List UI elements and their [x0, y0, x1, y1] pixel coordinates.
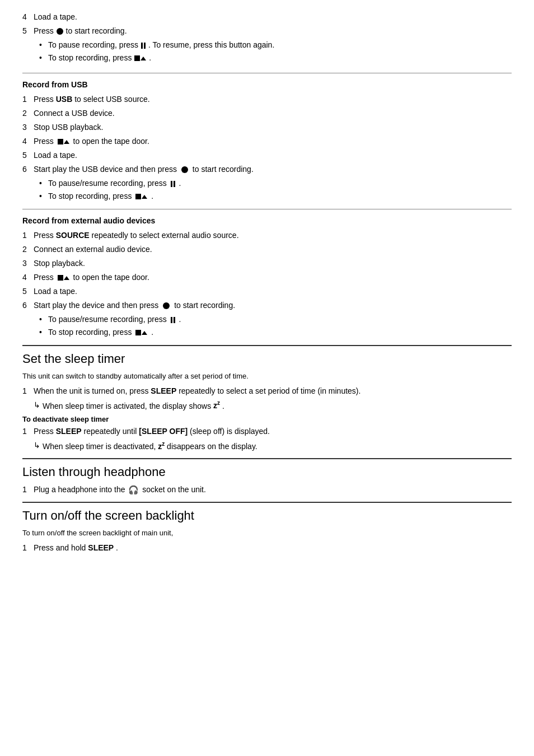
record-usb-section: Record from USB 1 Press USB to select US… [22, 73, 512, 202]
sleep-note-2: ↳ When sleep timer is deactivated, zz di… [34, 440, 512, 452]
headphone-title: Listen through headphone [22, 465, 512, 479]
backlight-description: To turn on/off the screen backlight of m… [22, 528, 512, 539]
deactivate-title: To deactivate sleep timer [22, 415, 512, 423]
ext-item-4: 4 Press to open the tape door. [22, 272, 512, 283]
ext-item-5: 5 Load a tape. [22, 286, 512, 297]
record-usb-title: Record from USB [22, 80, 512, 89]
intro-section: 4 Load a tape. 5 Press to start recordin… [22, 11, 512, 64]
ext-bullets: • To pause/resume recording, press . • T… [39, 314, 512, 338]
stop-eject-icon-5 [135, 330, 147, 335]
backlight-item-1: 1 Press and hold SLEEP . [22, 542, 512, 554]
headphone-item-1: 1 Plug a headphone into the 🎧 socket on … [22, 484, 512, 497]
backlight-section: Turn on/off the screen backlight To turn… [22, 502, 512, 554]
record-icon-3 [163, 302, 170, 309]
record-icon-2 [181, 166, 188, 173]
usb-item-3: 3 Stop USB playback. [22, 122, 512, 133]
usb-bullet-2: • To stop recording, press . [39, 190, 512, 202]
sleep-timer-title: Set the sleep timer [22, 352, 512, 366]
sleep-timer-section: Set the sleep timer This unit can switch… [22, 345, 512, 452]
headphone-section: Listen through headphone 1 Plug a headph… [22, 458, 512, 497]
intro-item-4: 4 Load a tape. [22, 11, 512, 23]
stop-eject-icon-3 [135, 194, 147, 199]
usb-item-1: 1 Press USB to select USB source. [22, 94, 512, 105]
record-icon [57, 28, 63, 35]
stop-eject-icon-2 [58, 139, 69, 144]
sleep-note-1: ↳ When sleep timer is activated, the dis… [34, 399, 512, 412]
ext-item-2: 2 Connect an external audio device. [22, 244, 512, 255]
usb-item-2: 2 Connect a USB device. [22, 108, 512, 119]
ext-item-6: 6 Start play the device and then press t… [22, 300, 512, 311]
ext-bullet-1: • To pause/resume recording, press . [39, 314, 512, 325]
usb-item-6: 6 Start play the USB device and then pre… [22, 164, 512, 175]
ext-item-3: 3 Stop playback. [22, 258, 512, 269]
intro-item-5: 5 Press to start recording. [22, 25, 512, 37]
usb-item-5: 5 Load a tape. [22, 150, 512, 161]
usb-item-4: 4 Press to open the tape door. [22, 136, 512, 147]
pause-icon-3 [171, 317, 175, 323]
backlight-title: Turn on/off the screen backlight [22, 508, 512, 523]
pause-icon-2 [171, 181, 175, 187]
usb-bullet-1: • To pause/resume recording, press . [39, 178, 512, 189]
pause-icon [141, 43, 146, 49]
record-external-title: Record from external audio devices [22, 216, 512, 225]
headphone-icon: 🎧 [128, 484, 139, 497]
ext-item-1: 1 Press SOURCE repeatedly to select exte… [22, 230, 512, 241]
stop-eject-icon-4 [58, 275, 69, 281]
intro-bullet-2: • To stop recording, press . [39, 52, 512, 64]
ext-bullet-2: • To stop recording, press . [39, 326, 512, 338]
sleep-item-1: 1 When the unit is turned on, press SLEE… [22, 385, 512, 397]
intro-bullet-1: • To pause recording, press . To resume,… [39, 39, 512, 51]
sleep-timer-description: This unit can switch to standby automati… [22, 371, 512, 382]
record-external-section: Record from external audio devices 1 Pre… [22, 209, 512, 338]
page-content: 4 Load a tape. 5 Press to start recordin… [22, 11, 512, 554]
stop-eject-icon [134, 55, 146, 61]
usb-bullets: • To pause/resume recording, press . • T… [39, 178, 512, 202]
intro-bullets: • To pause recording, press . To resume,… [39, 39, 512, 64]
sleep-item-2: 1 Press SLEEP repeatedly until [SLEEP OF… [22, 426, 512, 437]
